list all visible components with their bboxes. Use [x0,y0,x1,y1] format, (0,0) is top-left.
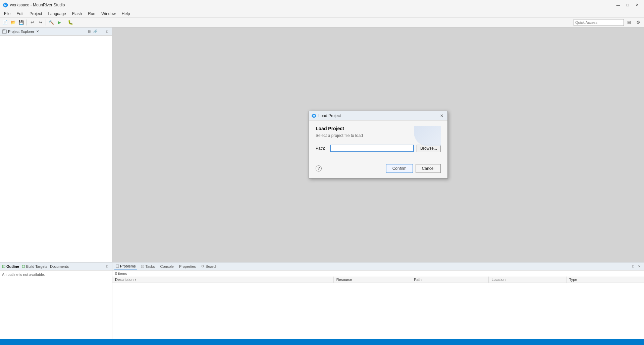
dialog-icon: M [312,113,316,118]
outline-tab-documents[interactable]: Documents [50,264,69,268]
col-path[interactable]: Path [411,277,489,283]
help-symbol: ? [318,166,320,171]
problems-content: 0 items Description ↑ Resource Path Loca… [112,270,644,339]
toolbar-build[interactable]: 🔨 [48,19,55,26]
app-title: workspace - MounRiver Studio [10,3,65,7]
problems-maximize[interactable]: □ [631,264,636,269]
svg-rect-10 [141,265,144,268]
minimize-button[interactable]: — [614,1,623,9]
load-project-dialog: M Load Project ✕ Load Project Select a p… [309,111,448,179]
main-area: Project Explorer ✕ ⊟ 🔗 _ □ [0,28,644,339]
outline-maximize[interactable]: □ [105,264,110,269]
problems-tab-console[interactable]: Console [159,264,175,269]
sidebar: Project Explorer ✕ ⊟ 🔗 _ □ [0,28,112,262]
dialog-close-button[interactable]: ✕ [439,113,445,119]
menu-window[interactable]: Window [99,11,118,17]
table-header: Description ↑ Resource Path Location Typ… [112,277,644,283]
confirm-button[interactable]: Confirm [386,164,413,173]
sidebar-minimize[interactable]: _ [99,29,104,34]
menu-language[interactable]: Language [45,11,68,17]
outline-minimize[interactable]: _ [99,264,104,269]
svg-rect-9 [116,265,119,267]
maximize-button[interactable]: □ [623,1,632,9]
svg-line-13 [204,267,205,268]
col-type[interactable]: Type [567,277,644,283]
build-icon [22,265,25,268]
svg-text:M: M [4,4,7,7]
outline-unavailable-text: An outline is not available. [2,273,45,277]
menu-flash[interactable]: Flash [69,11,85,17]
problems-tab-problems[interactable]: Problems [114,263,137,269]
sidebar-maximize[interactable]: □ [105,29,110,34]
problems-minimize[interactable]: _ [625,264,630,269]
dialog-title-left: M Load Project [312,113,341,118]
dialog-body-inner: Load Project Select a project file to lo… [316,126,441,152]
sidebar-collapse-all[interactable]: ⊟ [87,29,92,34]
path-row: Path: Browse... [316,145,441,152]
menu-project[interactable]: Project [27,11,45,17]
menu-edit[interactable]: Edit [14,11,26,17]
outline-content: An outline is not available. [0,270,112,339]
problems-tab-search[interactable]: Search [200,264,219,269]
toolbar-separator-3 [65,19,65,26]
problems-panel: Problems Tasks Console Properties Search… [112,262,644,339]
col-description[interactable]: Description ↑ [112,277,334,283]
toolbar-settings[interactable]: ⚙ [634,19,643,26]
path-label: Path: [316,146,327,151]
outline-tabs: Outline Build Targets Documents [2,264,69,268]
toolbar-open[interactable]: 📂 [9,19,17,26]
problems-close[interactable]: ✕ [637,264,642,269]
toolbar-save[interactable]: 💾 [17,19,25,26]
title-bar: M workspace - MounRiver Studio — □ ✕ [0,0,644,10]
help-icon[interactable]: ? [316,165,322,171]
svg-point-12 [202,265,204,267]
svg-rect-2 [2,30,6,33]
status-bar [0,339,644,345]
dialog-titlebar: M Load Project ✕ [309,111,447,120]
dialog-banner [414,126,441,146]
bottom-panels: Outline Build Targets Documents _ □ An o… [0,262,644,339]
title-controls: — □ ✕ [614,1,641,9]
quick-access-input[interactable] [574,19,624,26]
toolbar-new[interactable]: 📄 [1,19,9,26]
outline-tab-outline[interactable]: Outline [2,264,19,268]
sidebar-title-area: Project Explorer ✕ [2,29,39,34]
toolbar: 📄 📂 💾 ↩ ↪ 🔨 ▶ 🐛 ⊞ ⚙ [0,17,644,28]
status-text [640,340,641,344]
outline-icon [2,265,5,268]
editor-area: M Load Project ✕ Load Project Select a p… [112,28,644,262]
toolbar-run[interactable]: ▶ [56,19,63,26]
sidebar-header: Project Explorer ✕ ⊟ 🔗 _ □ [0,28,112,36]
menu-help[interactable]: Help [119,11,133,17]
toolbar-redo[interactable]: ↪ [37,19,44,26]
col-location[interactable]: Location [489,277,566,283]
search-icon [201,265,205,268]
problems-controls: _ □ ✕ [625,264,642,269]
problems-tab-tasks[interactable]: Tasks [140,264,156,269]
menu-bar: File Edit Project Language Flash Run Win… [0,10,644,17]
sidebar-close[interactable]: ✕ [36,30,39,33]
toolbar-layout[interactable]: ⊞ [625,19,633,26]
toolbar-separator-1 [26,19,27,26]
dialog-body: Load Project Select a project file to lo… [309,120,447,164]
svg-rect-6 [2,265,5,268]
sidebar-controls: ⊟ 🔗 _ □ [87,29,110,34]
dialog-title: Load Project [318,113,341,118]
close-button[interactable]: ✕ [633,1,641,9]
path-input[interactable] [330,145,414,152]
outline-tab-build[interactable]: Build Targets [22,264,47,268]
menu-file[interactable]: File [1,11,13,17]
app-icon: M [3,2,8,8]
sidebar-link-editor[interactable]: 🔗 [93,29,98,34]
col-resource[interactable]: Resource [334,277,411,283]
cancel-button[interactable]: Cancel [416,164,441,173]
problems-table: Description ↑ Resource Path Location Typ… [112,277,644,339]
menu-run[interactable]: Run [85,11,98,17]
problems-icon [116,264,119,268]
problems-tabs: Problems Tasks Console Properties Search [114,263,219,269]
toolbar-debug[interactable]: 🐛 [67,19,74,26]
toolbar-undo[interactable]: ↩ [29,19,36,26]
svg-rect-3 [3,30,4,30]
project-explorer-icon [2,29,7,34]
problems-tab-properties[interactable]: Properties [178,264,197,269]
